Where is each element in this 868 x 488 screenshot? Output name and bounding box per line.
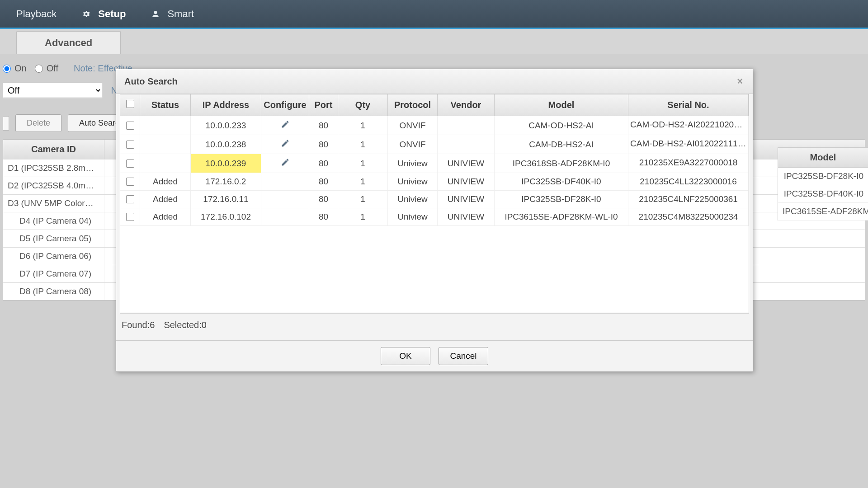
status-cell: Added bbox=[140, 208, 191, 225]
radio-on-label: On bbox=[14, 63, 27, 74]
radio-off-label: Off bbox=[47, 63, 58, 74]
gear-icon bbox=[82, 9, 91, 19]
protocol-cell: ONVIF bbox=[388, 135, 438, 154]
person-icon bbox=[151, 9, 160, 19]
select-all-checkbox[interactable] bbox=[126, 100, 134, 108]
ip-cell: 10.0.0.238 bbox=[191, 135, 261, 154]
model-cell: IPC325SB-DF28K-I0 bbox=[778, 168, 868, 185]
camera-id-cell: D3 (UNV 5MP ColorHun... bbox=[3, 195, 104, 212]
nav-setup[interactable]: Setup bbox=[69, 0, 138, 28]
row-checkbox[interactable] bbox=[126, 195, 134, 203]
nav-playback[interactable]: Playback bbox=[4, 0, 69, 28]
protocol-cell: Uniview bbox=[388, 154, 438, 173]
status-cell bbox=[140, 135, 191, 154]
port-cell: 80 bbox=[309, 208, 338, 225]
nav-playback-label: Playback bbox=[16, 8, 57, 20]
column-model: Model bbox=[495, 94, 628, 116]
model-cell: IPC325SB-DF28K-I0 bbox=[495, 191, 628, 208]
cancel-button[interactable]: Cancel bbox=[439, 347, 488, 365]
selected-count: Selected:0 bbox=[164, 320, 207, 330]
ip-cell: 172.16.0.11 bbox=[191, 191, 261, 208]
status-cell: Added bbox=[140, 173, 191, 190]
configure-cell bbox=[261, 154, 309, 173]
table-row[interactable]: 10.0.0.238801ONVIFCAM-DB-HS2-AICAM-DB-HS… bbox=[120, 135, 749, 154]
status-bar: Found:6 Selected:0 bbox=[120, 313, 749, 337]
column-serial: Serial No. bbox=[628, 94, 749, 116]
found-count: Found:6 bbox=[122, 320, 155, 330]
qty-cell: 1 bbox=[338, 191, 388, 208]
qty-cell: 1 bbox=[338, 208, 388, 225]
serial-cell: CAM-OD-HS2-AI20221020A... bbox=[628, 116, 749, 135]
table-row[interactable]: Added172.16.0.11801UniviewUNIVIEWIPC325S… bbox=[120, 191, 749, 208]
vendor-cell: UNIVIEW bbox=[438, 173, 495, 190]
model-cell: IPC325SB-DF40K-I0 bbox=[778, 185, 868, 203]
camera-id-cell: D6 (IP Camera 06) bbox=[3, 248, 104, 265]
auto-search-dialog: Auto Search × Status IP Address Configur… bbox=[116, 69, 753, 372]
row-checkbox[interactable] bbox=[126, 122, 134, 130]
vendor-cell bbox=[438, 116, 495, 135]
column-vendor: Vendor bbox=[438, 94, 495, 116]
radio-off[interactable] bbox=[35, 65, 43, 73]
dialog-footer: OK Cancel bbox=[116, 340, 753, 371]
port-cell: 80 bbox=[309, 116, 338, 135]
port-cell: 80 bbox=[309, 135, 338, 154]
spacer bbox=[3, 116, 9, 131]
model-cell: IPC3618SB-ADF28KM-I0 bbox=[495, 154, 628, 173]
configure-cell bbox=[261, 173, 309, 190]
tab-advanced[interactable]: Advanced bbox=[16, 31, 121, 54]
sub-navigation: Advanced bbox=[0, 29, 868, 54]
pencil-icon[interactable] bbox=[281, 120, 290, 131]
ip-cell: 172.16.0.2 bbox=[191, 173, 261, 190]
pencil-icon[interactable] bbox=[281, 139, 290, 150]
dialog-title: Auto Search bbox=[124, 76, 178, 87]
configure-cell bbox=[261, 116, 309, 135]
model-cell: IPC325SB-DF40K-I0 bbox=[495, 173, 628, 190]
protocol-cell: Uniview bbox=[388, 191, 438, 208]
ip-cell: 10.0.0.239 bbox=[191, 154, 261, 173]
serial-cell: CAM-DB-HS2-AI0120221115... bbox=[628, 135, 749, 154]
pencil-icon[interactable] bbox=[281, 158, 290, 169]
ip-cell: 10.0.0.233 bbox=[191, 116, 261, 135]
qty-cell: 1 bbox=[338, 173, 388, 190]
protocol-cell: Uniview bbox=[388, 173, 438, 190]
model-cell: CAM-OD-HS2-AI bbox=[495, 116, 628, 135]
configure-cell bbox=[261, 135, 309, 154]
vendor-cell bbox=[438, 135, 495, 154]
row-checkbox[interactable] bbox=[126, 213, 134, 221]
configure-cell bbox=[261, 191, 309, 208]
protocol-cell: Uniview bbox=[388, 208, 438, 225]
protocol-cell: ONVIF bbox=[388, 116, 438, 135]
table-header-row: Status IP Address Configure Port Qty Pro… bbox=[120, 94, 749, 116]
select-dropdown[interactable]: Off bbox=[3, 83, 102, 98]
table-row[interactable]: 10.0.0.239801UniviewUNIVIEWIPC3618SB-ADF… bbox=[120, 154, 749, 173]
status-cell bbox=[140, 154, 191, 173]
serial-cell: 210235C4M83225000234 bbox=[628, 208, 749, 225]
model-cell: IPC3615SE-ADF28KM-W bbox=[778, 203, 868, 221]
table-row[interactable]: 10.0.0.233801ONVIFCAM-OD-HS2-AICAM-OD-HS… bbox=[120, 116, 749, 135]
model-column-fragment: Model IPC325SB-DF28K-I0IPC325SB-DF40K-I0… bbox=[778, 147, 868, 221]
column-port: Port bbox=[309, 94, 338, 116]
row-checkbox[interactable] bbox=[126, 160, 134, 168]
row-checkbox[interactable] bbox=[126, 178, 134, 186]
column-checkbox bbox=[120, 94, 140, 116]
table-row[interactable]: Added172.16.0.102801UniviewUNIVIEWIPC361… bbox=[120, 208, 749, 226]
tab-advanced-label: Advanced bbox=[45, 37, 92, 48]
vendor-cell: UNIVIEW bbox=[438, 208, 495, 225]
model-cell: IPC3615SE-ADF28KM-WL-I0 bbox=[495, 208, 628, 225]
row-checkbox[interactable] bbox=[126, 141, 134, 149]
status-cell: Added bbox=[140, 191, 191, 208]
configure-cell bbox=[261, 208, 309, 225]
port-cell: 80 bbox=[309, 173, 338, 190]
camera-id-cell: D2 (IPC325SB 4.0mm Le... bbox=[3, 177, 104, 194]
radio-on[interactable] bbox=[3, 65, 11, 73]
delete-button[interactable]: Delete bbox=[15, 114, 61, 132]
search-results-table: Status IP Address Configure Port Qty Pro… bbox=[120, 94, 749, 313]
column-qty: Qty bbox=[338, 94, 388, 116]
column-model: Model bbox=[778, 147, 868, 168]
ok-button[interactable]: OK bbox=[381, 347, 430, 365]
nav-smart[interactable]: Smart bbox=[138, 0, 207, 28]
table-row[interactable]: Added172.16.0.2801UniviewUNIVIEWIPC325SB… bbox=[120, 173, 749, 191]
port-cell: 80 bbox=[309, 191, 338, 208]
close-icon[interactable]: × bbox=[735, 75, 745, 87]
vendor-cell: UNIVIEW bbox=[438, 191, 495, 208]
